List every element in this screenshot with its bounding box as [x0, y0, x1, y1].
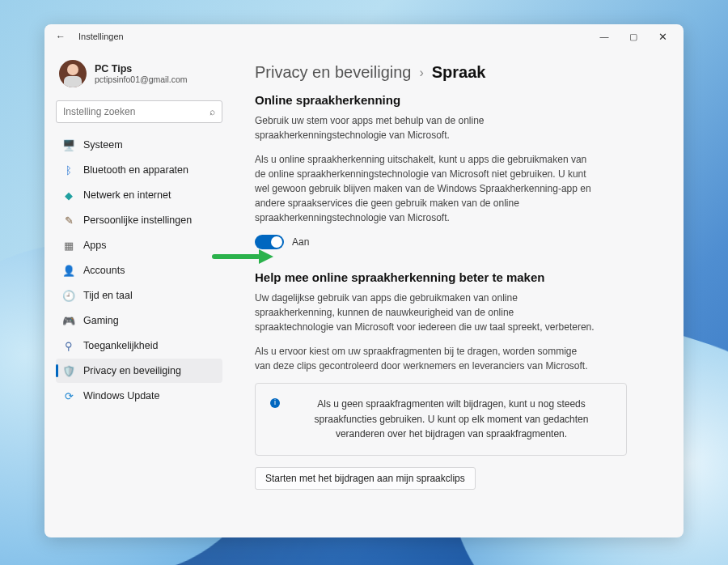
time-icon: 🕘 [62, 289, 75, 302]
close-button[interactable]: ✕ [648, 24, 677, 49]
sidebar-item-access[interactable]: ⚲Toegankelijkheid [56, 333, 222, 358]
sidebar-item-label: Toegankelijkheid [83, 340, 158, 351]
update-icon: ⟳ [62, 389, 75, 402]
sidebar-item-network[interactable]: ◆Netwerk en internet [56, 183, 222, 207]
sidebar-item-label: Persoonlijke instellingen [83, 215, 192, 226]
section2-para2: Als u ervoor kiest om uw spraakfragmente… [255, 344, 595, 373]
sidebar-item-time[interactable]: 🕘Tijd en taal [56, 283, 222, 308]
section1-para2: Als u online spraakherkenning uitschakel… [255, 152, 595, 225]
search-box[interactable]: ⌕ [56, 100, 222, 123]
window-title: Instellingen [78, 32, 124, 41]
sidebar-item-label: Bluetooth en apparaten [83, 164, 188, 176]
sidebar-item-label: Netwerk en internet [83, 189, 171, 201]
sidebar-item-apps[interactable]: ▦Apps [56, 233, 222, 257]
gaming-icon: 🎮 [62, 314, 75, 327]
info-icon: i [270, 398, 280, 408]
profile-name: PC Tips [95, 63, 188, 74]
sidebar: PC Tips pctipsinfo01@gmail.com ⌕ 🖥️Syste… [44, 49, 231, 537]
profile-email: pctipsinfo01@gmail.com [95, 74, 188, 84]
sidebar-item-personalize[interactable]: ✎Persoonlijke instellingen [56, 208, 222, 232]
start-contributing-button[interactable]: Starten met het bijdragen aan mijn spraa… [255, 467, 476, 490]
personalize-icon: ✎ [62, 214, 75, 227]
sidebar-item-label: Systeem [83, 139, 123, 151]
sidebar-item-label: Windows Update [83, 390, 160, 401]
breadcrumb-current: Spraak [432, 63, 486, 82]
bluetooth-icon: ᛒ [62, 164, 75, 176]
sidebar-item-system[interactable]: 🖥️Systeem [56, 133, 222, 157]
sidebar-item-label: Apps [83, 240, 107, 251]
breadcrumb: Privacy en beveiliging › Spraak [255, 63, 656, 82]
info-text: Als u geen spraakfragmenten wilt bijdrag… [315, 398, 589, 440]
section1-para1: Gebruik uw stem voor apps met behulp van… [255, 113, 595, 142]
sidebar-item-privacy[interactable]: 🛡️Privacy en beveiliging [56, 359, 222, 383]
system-icon: 🖥️ [62, 138, 75, 151]
avatar [59, 60, 87, 87]
accounts-icon: 👤 [62, 264, 75, 277]
sidebar-item-label: Gaming [83, 315, 119, 326]
back-button[interactable]: ← [51, 31, 70, 42]
minimize-button[interactable]: — [590, 24, 619, 49]
main-content: Privacy en beveiliging › Spraak Online s… [231, 49, 684, 537]
info-callout: i Als u geen spraakfragmenten wilt bijdr… [255, 383, 627, 456]
privacy-icon: 🛡️ [62, 364, 75, 377]
sidebar-item-gaming[interactable]: 🎮Gaming [56, 308, 222, 333]
sidebar-item-label: Tijd en taal [83, 290, 133, 301]
section-heading-online-recognition: Online spraakherkenning [255, 93, 656, 107]
maximize-button[interactable]: ▢ [619, 24, 648, 49]
network-icon: ◆ [62, 189, 75, 202]
search-icon: ⌕ [210, 106, 215, 117]
sidebar-item-bluetooth[interactable]: ᛒBluetooth en apparaten [56, 158, 222, 182]
access-icon: ⚲ [62, 339, 75, 352]
sidebar-item-label: Privacy en beveiliging [83, 365, 181, 376]
sidebar-item-accounts[interactable]: 👤Accounts [56, 258, 222, 282]
online-speech-toggle[interactable] [255, 235, 284, 249]
titlebar: ← Instellingen — ▢ ✕ [44, 24, 684, 49]
apps-icon: ▦ [62, 239, 75, 252]
nav-list: 🖥️SysteemᛒBluetooth en apparaten◆Netwerk… [56, 133, 222, 408]
sidebar-item-label: Accounts [83, 265, 125, 276]
section2-para1: Uw dagelijkse gebruik van apps die gebru… [255, 291, 595, 334]
settings-window: ← Instellingen — ▢ ✕ PC Tips pctipsinfo0… [44, 24, 684, 537]
search-input[interactable] [63, 106, 210, 117]
breadcrumb-parent[interactable]: Privacy en beveiliging [255, 63, 411, 82]
section-heading-help-improve: Help mee online spraakherkenning beter t… [255, 270, 656, 284]
chevron-right-icon: › [419, 66, 423, 80]
sidebar-item-update[interactable]: ⟳Windows Update [56, 384, 222, 408]
profile-block[interactable]: PC Tips pctipsinfo01@gmail.com [56, 55, 222, 99]
online-speech-toggle-label: Aan [292, 236, 309, 248]
